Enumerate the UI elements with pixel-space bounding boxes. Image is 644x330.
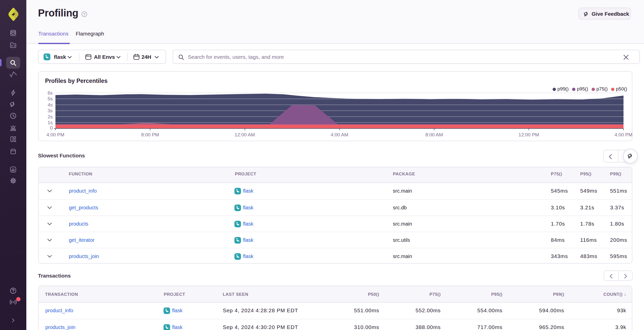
svg-text:4s: 4s xyxy=(48,102,53,107)
svg-text:6s: 6s xyxy=(48,90,53,96)
svg-text:8:00 AM: 8:00 AM xyxy=(425,132,443,137)
svg-text:2s: 2s xyxy=(48,114,53,119)
svg-text:12:00 PM: 12:00 PM xyxy=(518,132,539,137)
svg-text:4:00 PM: 4:00 PM xyxy=(615,132,633,137)
svg-text:1s: 1s xyxy=(48,120,53,125)
svg-text:5s: 5s xyxy=(48,96,53,101)
svg-text:8:00 PM: 8:00 PM xyxy=(141,132,159,137)
svg-text:0: 0 xyxy=(50,125,53,131)
svg-text:12:00 AM: 12:00 AM xyxy=(235,132,255,137)
svg-text:4:00 PM: 4:00 PM xyxy=(47,132,65,137)
svg-text:3s: 3s xyxy=(48,108,53,113)
svg-text:4:00 AM: 4:00 AM xyxy=(331,132,348,137)
